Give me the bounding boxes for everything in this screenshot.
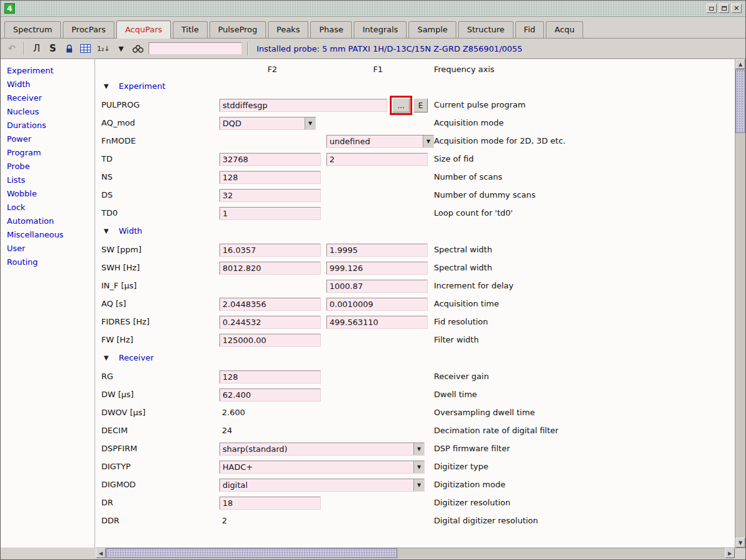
collapse-triangle-icon[interactable]: ▼ <box>104 354 109 361</box>
param-dropdown[interactable]: DQD▼ <box>219 117 316 130</box>
scroll-left-arrow-icon[interactable]: ◀ <box>96 548 106 558</box>
renumber-icon[interactable]: 1₂↓ <box>96 42 111 55</box>
expand-triangle-icon[interactable]: ▼ <box>115 42 127 55</box>
section-header-width[interactable]: ▼Width <box>95 223 735 241</box>
param-dropdown[interactable]: HADC+▼ <box>219 461 425 474</box>
param-name: PULPROG <box>101 100 140 109</box>
dropdown-arrow-icon[interactable]: ▼ <box>413 479 424 491</box>
sidebar-item-width[interactable]: Width <box>7 78 92 91</box>
tab-structure[interactable]: Structure <box>458 21 513 38</box>
param-row-td: TDSize of fid <box>95 150 735 168</box>
vertical-scroll-track[interactable] <box>735 69 745 538</box>
param-input[interactable] <box>219 262 321 275</box>
param-row-dw: DW [µs]Dwell time <box>95 386 735 404</box>
sidebar-item-probe[interactable]: Probe <box>7 160 92 173</box>
scroll-down-arrow-icon[interactable]: ▼ <box>735 538 745 548</box>
pulse-program-icon[interactable]: Л <box>30 42 43 55</box>
param-input[interactable] <box>326 316 428 329</box>
param-input[interactable] <box>326 262 428 275</box>
param-input[interactable] <box>219 298 321 311</box>
tab-integrals[interactable]: Integrals <box>354 21 407 38</box>
letter-s-icon[interactable]: S <box>47 42 59 55</box>
param-description: Fid resolution <box>434 317 488 326</box>
param-dropdown[interactable]: sharp(standard)▼ <box>219 443 425 456</box>
param-input[interactable] <box>219 497 321 510</box>
vertical-scroll-thumb[interactable] <box>735 70 745 133</box>
tab-sample[interactable]: Sample <box>408 21 456 38</box>
dropdown-arrow-icon[interactable]: ▼ <box>413 461 424 473</box>
param-input[interactable] <box>219 207 321 220</box>
param-input[interactable] <box>219 316 321 329</box>
param-input[interactable] <box>219 388 321 402</box>
param-input[interactable] <box>219 153 321 166</box>
sidebar-item-automation[interactable]: Automation <box>7 214 92 228</box>
section-header-receiver[interactable]: ▼Receiver <box>95 349 735 368</box>
param-input[interactable] <box>219 171 321 184</box>
tab-fid[interactable]: Fid <box>515 21 544 38</box>
tab-acqupars[interactable]: AcquPars <box>116 21 171 39</box>
sidebar-item-routing[interactable]: Routing <box>7 255 92 269</box>
param-input[interactable] <box>219 244 321 257</box>
sidebar-item-power[interactable]: Power <box>7 132 92 146</box>
sidebar-item-program[interactable]: Program <box>7 146 92 160</box>
tab-spectrum[interactable]: Spectrum <box>4 21 61 38</box>
tab-title[interactable]: Title <box>173 21 208 38</box>
dropdown-value: HADC+ <box>220 461 413 473</box>
edit-pulprog-button[interactable]: E <box>413 98 428 112</box>
tab-pulseprog[interactable]: PulseProg <box>210 21 266 38</box>
section-header-experiment[interactable]: ▼Experiment <box>95 78 735 96</box>
minimize-icon <box>709 7 714 11</box>
sidebar-item-miscellaneous[interactable]: Miscellaneous <box>7 228 92 242</box>
param-input[interactable] <box>219 99 387 112</box>
param-input[interactable] <box>326 244 428 257</box>
horizontal-scroll-thumb[interactable] <box>106 548 397 558</box>
dropdown-arrow-icon[interactable]: ▼ <box>413 443 424 455</box>
param-dropdown[interactable]: undefined▼ <box>326 135 434 148</box>
sidebar-item-receiver[interactable]: Receiver <box>7 91 92 105</box>
tab-peaks[interactable]: Peaks <box>268 21 309 38</box>
tab-acqu[interactable]: Acqu <box>546 21 583 38</box>
param-name: DIGMOD <box>101 480 136 489</box>
param-description: Acquisition mode for 2D, 3D etc. <box>434 136 566 145</box>
probe-icon[interactable] <box>63 42 75 55</box>
horizontal-scrollbar[interactable]: ◀ ▶ <box>96 548 735 558</box>
collapse-triangle-icon[interactable]: ▼ <box>104 83 109 90</box>
param-input[interactable] <box>326 153 428 166</box>
sidebar-item-nucleus[interactable]: Nucleus <box>7 105 92 119</box>
collapse-triangle-icon[interactable]: ▼ <box>104 227 109 234</box>
param-row-swh: SWH [Hz]Spectral width <box>95 259 735 277</box>
tab-phase[interactable]: Phase <box>310 21 352 38</box>
sidebar-item-experiment[interactable]: Experiment <box>7 64 92 78</box>
browse-pulprog-button[interactable]: ... <box>392 98 410 112</box>
search-binoculars-icon[interactable] <box>131 42 145 55</box>
close-button[interactable]: ✕ <box>731 4 742 13</box>
title-bar[interactable]: 4 ✕ <box>1 1 745 17</box>
param-row-in_f: IN_F [µs]Increment for delay <box>95 277 735 295</box>
sidebar-item-lists[interactable]: Lists <box>7 173 92 187</box>
dropdown-arrow-icon[interactable]: ▼ <box>305 117 315 129</box>
param-input[interactable] <box>219 370 321 383</box>
scroll-up-arrow-icon[interactable]: ▲ <box>735 59 745 69</box>
horizontal-scroll-track[interactable] <box>106 548 725 558</box>
param-input[interactable] <box>219 334 321 347</box>
param-row-rg: RGReceiver gain <box>95 368 735 386</box>
tab-procpars[interactable]: ProcPars <box>63 21 114 38</box>
sidebar-item-wobble[interactable]: Wobble <box>7 187 92 201</box>
undo-icon[interactable]: ↶ <box>6 42 18 55</box>
sidebar-item-durations[interactable]: Durations <box>7 119 92 132</box>
param-row-dspfirm: DSPFIRMsharp(standard)▼DSP firmware filt… <box>95 440 735 458</box>
sidebar-item-lock[interactable]: Lock <box>7 201 92 214</box>
scroll-right-arrow-icon[interactable]: ▶ <box>725 548 735 558</box>
param-input[interactable] <box>326 298 428 311</box>
param-name: DS <box>101 190 113 200</box>
vertical-scrollbar[interactable]: ▲ ▼ <box>735 59 745 548</box>
param-input[interactable] <box>219 189 321 202</box>
param-input[interactable] <box>326 280 428 293</box>
sidebar-item-user[interactable]: User <box>7 242 92 255</box>
minimize-button[interactable] <box>706 4 717 13</box>
maximize-button[interactable] <box>719 4 729 13</box>
toolbar-search-input[interactable] <box>149 42 242 55</box>
routing-table-icon[interactable] <box>79 42 92 55</box>
param-dropdown[interactable]: digital▼ <box>219 479 425 492</box>
dropdown-arrow-icon[interactable]: ▼ <box>423 135 433 147</box>
